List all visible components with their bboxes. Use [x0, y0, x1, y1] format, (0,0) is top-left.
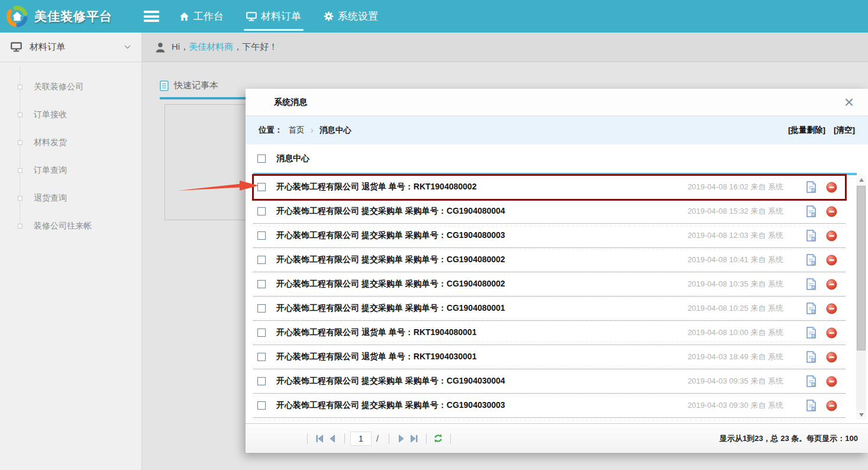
scroll-down-icon[interactable]	[856, 410, 866, 420]
pagination-next-button[interactable]	[395, 432, 408, 445]
pagination: /	[302, 432, 456, 446]
message-title: 开心装饰工程有限公司 提交采购单 采购单号：CG1904080003	[276, 230, 505, 241]
chevron-down-icon	[124, 45, 131, 49]
message-title: 开心装饰工程有限公司 提交采购单 采购单号：CG1904080001	[276, 303, 505, 314]
sidebar-item-label: 关联装修公司	[34, 82, 83, 91]
sidebar-item[interactable]: 退货查询	[0, 184, 141, 212]
message-checkbox[interactable]	[257, 207, 266, 215]
nav-item-workbench[interactable]: 工作台	[179, 1, 224, 32]
modal-title: 系统消息	[274, 97, 844, 108]
nav-item-system-settings[interactable]: 系统设置	[324, 1, 378, 32]
sidebar-item[interactable]: 关联装修公司	[0, 73, 141, 101]
message-row[interactable]: 开心装饰工程有限公司 退货单 单号：RKT1904080001 2019-04-…	[253, 321, 846, 345]
sidebar-item[interactable]: 订单接收	[0, 101, 141, 128]
breadcrumb-arrow-icon: ›	[311, 125, 314, 135]
list-header-row: 消息中心	[246, 144, 868, 173]
message-delete-icon[interactable]	[826, 303, 837, 314]
message-detail-icon[interactable]	[806, 375, 817, 387]
message-title: 开心装饰工程有限公司 提交采购单 采购单号：CG1904080004	[276, 206, 505, 217]
message-time: 2019-04-08 12:03 来自 系统	[688, 230, 783, 241]
message-detail-icon[interactable]	[806, 278, 817, 290]
message-delete-icon[interactable]	[826, 376, 837, 387]
message-row[interactable]: 开心装饰工程有限公司 提交采购单 采购单号：CG1904080003 2019-…	[253, 224, 846, 248]
topbar: 美佳装修平台 工作台 材料订单	[0, 0, 868, 33]
sidebar-header-material-orders[interactable]: 材料订单	[0, 33, 141, 62]
close-icon[interactable]: ×	[844, 94, 854, 111]
message-delete-icon[interactable]	[826, 279, 837, 290]
scroll-thumb[interactable]	[857, 186, 866, 350]
page: 美佳装修平台 工作台 材料订单	[0, 0, 868, 470]
greeting-username[interactable]: 美佳材料商	[189, 41, 233, 51]
refresh-icon[interactable]	[432, 432, 445, 445]
page-input[interactable]	[350, 432, 372, 446]
sidebar-item-label: 退货查询	[34, 193, 67, 202]
message-time: 2019-04-08 15:32 来自 系统	[688, 206, 783, 217]
message-checkbox[interactable]	[257, 401, 266, 410]
clear-button[interactable]: [清空]	[834, 125, 855, 136]
sidebar-item[interactable]: 材料发货	[0, 128, 141, 156]
message-row[interactable]: 开心装饰工程有限公司 退货单 单号：RKT1904080002 2019-04-…	[253, 175, 846, 199]
monitor-icon	[246, 12, 257, 21]
page-separator: /	[376, 434, 379, 443]
nav-item-material-orders[interactable]: 材料订单	[246, 1, 301, 32]
tab-label: 快速记事本	[174, 80, 218, 91]
message-title: 开心装饰工程有限公司 退货单 单号：RKT1904080001	[276, 327, 476, 338]
message-row[interactable]: 开心装饰工程有限公司 提交采购单 采购单号：CG1904080002 2019-…	[253, 272, 846, 297]
scroll-up-icon[interactable]	[856, 175, 866, 185]
message-detail-icon[interactable]	[806, 302, 817, 314]
sidebar-item[interactable]: 装修公司往来帐	[0, 212, 141, 240]
message-delete-icon[interactable]	[826, 206, 837, 217]
message-checkbox[interactable]	[257, 183, 266, 191]
message-row[interactable]: 开心装饰工程有限公司 提交采购单 采购单号：CG1904080002 2019-…	[253, 248, 846, 272]
batch-delete-button[interactable]: [批量删除]	[788, 125, 825, 136]
message-checkbox[interactable]	[257, 304, 266, 313]
message-detail-icon[interactable]	[806, 181, 817, 193]
message-delete-icon[interactable]	[826, 327, 837, 339]
message-detail-icon[interactable]	[806, 327, 817, 339]
message-checkbox[interactable]	[257, 280, 266, 288]
hamburger-menu-icon[interactable]	[144, 11, 159, 22]
message-row[interactable]: 开心装饰工程有限公司 提交采购单 采购单号：CG1904030003 2019-…	[253, 394, 846, 418]
list-header-label: 消息中心	[276, 153, 309, 164]
message-time: 2019-04-03 09:30 来自 系统	[688, 400, 783, 411]
message-checkbox[interactable]	[257, 256, 266, 264]
message-detail-icon[interactable]	[806, 230, 817, 242]
pagination-first-button[interactable]	[313, 432, 326, 445]
message-delete-icon[interactable]	[826, 400, 837, 411]
message-detail-icon[interactable]	[806, 205, 817, 217]
message-time: 2019-04-08 16:02 来自 系统	[688, 182, 783, 192]
message-row[interactable]: 开心装饰工程有限公司 提交采购单 采购单号：CG1904080004 2019-…	[253, 199, 846, 224]
message-row[interactable]: 开心装饰工程有限公司 退货单 单号：RKT1904030001 2019-04-…	[253, 345, 846, 369]
message-title: 开心装饰工程有限公司 提交采购单 采购单号：CG1904080002	[276, 279, 505, 289]
message-delete-icon[interactable]	[826, 230, 837, 242]
message-detail-icon[interactable]	[806, 351, 817, 363]
select-all-checkbox[interactable]	[257, 154, 266, 163]
message-checkbox[interactable]	[257, 353, 266, 361]
breadcrumb-actions: [批量删除] [清空]	[788, 125, 855, 136]
message-checkbox[interactable]	[257, 329, 266, 337]
message-time: 2019-04-08 10:00 来自 系统	[688, 327, 783, 338]
pagination-prev-button[interactable]	[326, 432, 339, 445]
nav-item-label: 系统设置	[338, 9, 378, 23]
breadcrumb-home[interactable]: 首页	[289, 125, 305, 136]
top-nav: 工作台 材料订单	[179, 1, 378, 32]
message-delete-icon[interactable]	[826, 255, 837, 266]
message-checkbox[interactable]	[257, 377, 266, 385]
gear-icon	[324, 11, 334, 21]
message-checkbox[interactable]	[257, 231, 266, 240]
message-list: 开心装饰工程有限公司 退货单 单号：RKT1904080002 2019-04-…	[253, 175, 846, 418]
message-time: 2019-04-08 10:25 来自 系统	[688, 303, 783, 314]
message-row[interactable]: 开心装饰工程有限公司 提交采购单 采购单号：CG1904080001 2019-…	[253, 297, 846, 321]
note-icon	[160, 81, 169, 91]
pagination-last-button[interactable]	[408, 432, 421, 445]
vertical-scrollbar[interactable]	[856, 175, 866, 420]
message-row[interactable]: 开心装饰工程有限公司 提交采购单 采购单号：CG1904030004 2019-…	[253, 369, 846, 394]
message-delete-icon[interactable]	[826, 182, 837, 193]
breadcrumb-label: 位置：	[259, 125, 283, 136]
brand-title: 美佳装修平台	[34, 8, 112, 25]
message-title: 开心装饰工程有限公司 提交采购单 采购单号：CG1904030004	[276, 376, 505, 387]
message-detail-icon[interactable]	[806, 400, 817, 411]
message-detail-icon[interactable]	[806, 254, 817, 266]
sidebar-item[interactable]: 订单查询	[0, 156, 141, 184]
message-delete-icon[interactable]	[826, 352, 837, 363]
